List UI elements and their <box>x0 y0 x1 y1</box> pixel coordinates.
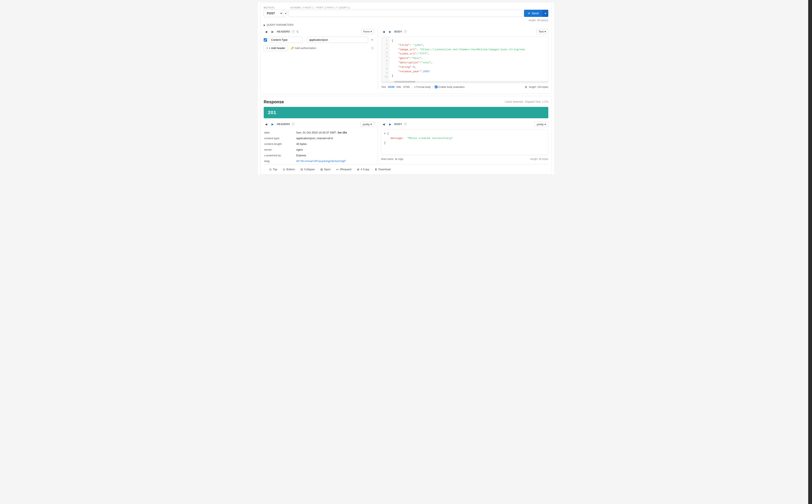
status-bar: 201 <box>264 107 548 118</box>
resp-header-key: content-length: <box>264 141 296 147</box>
headers-info-icon: ? <box>292 30 295 33</box>
form-dropdown-arrow-icon: ▾ <box>371 30 372 33</box>
body-collapse-arrow[interactable]: ◀ <box>381 30 386 33</box>
headers-expand-arrow[interactable]: ▶ <box>270 30 275 33</box>
collapse-button[interactable]: ⊟ Collapse <box>298 166 317 172</box>
format-json[interactable]: JSON <box>388 86 395 89</box>
method-dropdown-button[interactable]: ▾ <box>283 10 287 17</box>
header-colon: : <box>304 38 305 42</box>
resp-copy-btn[interactable]: ⊕ copy <box>395 158 403 161</box>
method-label: METHOD <box>264 6 275 9</box>
table-row: x-powered-by: Express <box>264 153 374 158</box>
send-dropdown-button[interactable]: ▾ <box>542 10 548 17</box>
resp-headers-expand-arrow[interactable]: ▶ <box>270 123 275 126</box>
resp-body-label: BODY <box>394 123 402 126</box>
query-params-label: QUERY PARAMETERS <box>267 23 294 26</box>
top-button[interactable]: ⊙ Top <box>267 166 279 172</box>
resp-body-length-info: length: 40 bytes <box>530 158 548 161</box>
request-button[interactable]: ↩ 2Request <box>334 166 354 172</box>
add-header-plus-icon: + <box>267 46 268 50</box>
download-button[interactable]: ⬇ Download <box>373 166 393 172</box>
collapse-icon: ⊟ <box>301 168 303 171</box>
resp-body-dropdown-arrow-icon: ▾ <box>544 123 546 126</box>
headers-collapse-arrow[interactable]: ◀ <box>264 30 269 33</box>
header-remove-button[interactable]: ✕ <box>370 38 374 42</box>
body-code-content[interactable]: { "title": "john", "image_url": "https:/… <box>389 37 548 81</box>
resp-header-value: Sun, 01 Oct 2023 14:33:37 GMT -1m 15s <box>296 130 374 135</box>
body-delete-icon[interactable]: 🗑 <box>525 86 527 89</box>
resp-body-collapse-arrow[interactable]: ◀ <box>381 123 386 126</box>
response-headers-table: date: Sun, 01 Oct 2023 14:33:37 GMT -1m … <box>264 129 374 164</box>
resp-lines-nums-label[interactable]: lines nums <box>381 158 393 161</box>
headers-delete-icon[interactable]: 🗑 <box>371 46 374 50</box>
etag-link[interactable]: W/"28-nrVuarV4PJyxy4uhgZde3se2XgE" <box>296 159 346 163</box>
resp-header-key: etag: <box>264 158 296 164</box>
resp-body-pretty-dropdown[interactable]: pretty ▾ <box>534 122 548 127</box>
body-text-dropdown[interactable]: Text ▾ <box>536 29 548 34</box>
send-icon: ✈ <box>528 12 530 15</box>
body-expand-arrow[interactable]: ▶ <box>388 30 393 33</box>
resp-headers-pretty-dropdown[interactable]: pretty ▾ <box>360 122 374 127</box>
enable-eval-label[interactable]: Enable body evaluation <box>435 86 465 89</box>
table-row: date: Sun, 01 Oct 2023 14:33:37 GMT -1m … <box>264 130 374 135</box>
format-body-icon: ≡ <box>414 86 416 89</box>
headers-label: HEADERS <box>277 30 290 33</box>
bottom-icon: ⊙ <box>283 168 285 171</box>
table-row: content-length: 40 bytes <box>264 141 374 147</box>
download-icon: ⬇ <box>375 168 377 171</box>
bottom-button[interactable]: ⊙ Bottom <box>281 166 297 172</box>
format-xml[interactable]: XML <box>396 86 402 89</box>
query-params-row[interactable]: ▶ QUERY PARAMETERS <box>264 23 548 26</box>
open-button[interactable]: ⊞ Open <box>318 166 333 172</box>
open-icon: ⊞ <box>320 168 323 171</box>
body-label: BODY <box>394 30 402 33</box>
body-info-icon: ? <box>404 30 407 33</box>
method-select-wrapper[interactable]: POST GET PUT DELETE PATCH ▾ <box>264 10 287 17</box>
table-row: server: nginx <box>264 147 374 152</box>
body-footer-separator: | <box>412 86 412 89</box>
add-header-button[interactable]: + + Add header <box>264 45 288 51</box>
format-text[interactable]: Text <box>381 86 386 89</box>
body-code-editor[interactable]: 12345 678910 { "title": "john", "image_u… <box>381 37 548 83</box>
text-dropdown-arrow-icon: ▾ <box>544 30 546 33</box>
response-title: Response <box>264 99 284 104</box>
resp-header-key: date: <box>264 130 296 135</box>
copy-button[interactable]: ⊕ 4 Copy <box>355 166 371 172</box>
resp-header-value: 40 bytes <box>296 141 374 147</box>
header-checkbox[interactable] <box>264 38 267 42</box>
resp-body-expand-arrow[interactable]: ▶ <box>388 123 393 126</box>
resp-body-code-editor[interactable]: ▼ { message: "Movie created successfully… <box>381 129 548 155</box>
table-row: etag: W/"28-nrVuarV4PJyxy4uhgZde3se2XgE" <box>264 158 374 164</box>
method-select[interactable]: POST GET PUT DELETE PATCH <box>264 10 283 17</box>
bottom-action-bar: ⊙ Top ⊙ Bottom ⊟ Collapse ⊞ Open ↩ 2Requ… <box>264 164 548 174</box>
body-footer-separator2: | <box>432 86 433 89</box>
send-button[interactable]: ✈ Send <box>524 10 542 17</box>
table-row: content-type: application/json; charset=… <box>264 136 374 141</box>
resp-headers-collapse-arrow[interactable]: ◀ <box>264 123 269 126</box>
header-key-input[interactable] <box>269 37 303 43</box>
pretty-dropdown-arrow-icon: ▾ <box>371 123 372 126</box>
resp-collapse-btn[interactable]: ▼ <box>384 132 386 135</box>
resp-headers-label: HEADERS <box>277 123 290 126</box>
resp-header-value: Express <box>296 153 374 158</box>
send-button-group[interactable]: ✈ Send ▾ <box>524 10 548 17</box>
copy-icon: ⊕ <box>357 168 360 171</box>
headers-sort-icon[interactable]: ⇅ <box>296 30 299 33</box>
resp-code-content: ▼ { message: "Movie created successfully… <box>381 130 548 147</box>
resp-header-key: server: <box>264 147 296 152</box>
format-html[interactable]: HTML <box>403 86 410 89</box>
resp-body-info-icon: ? <box>404 123 407 126</box>
scheme-label: SCHEME :// HOST [ ':' PORT ] [ PATH [ '?… <box>290 6 350 9</box>
add-auth-button[interactable]: 🔑 Add authorization <box>291 46 316 50</box>
headers-form-dropdown[interactable]: Form ▾ <box>361 29 374 34</box>
body-footer-right: 🗑 length: 234 bytes <box>525 86 548 89</box>
enable-eval-checkbox[interactable] <box>435 86 437 88</box>
format-body-button[interactable]: ≡ Format body <box>414 86 431 89</box>
url-input[interactable]: http://localhost:3000/movies <box>289 10 522 17</box>
header-value-input[interactable] <box>307 37 368 43</box>
request-icon: ↩ <box>336 168 339 171</box>
resp-header-value: nginx <box>296 147 374 152</box>
query-params-triangle: ▶ <box>264 24 265 26</box>
resp-header-value: W/"28-nrVuarV4PJyxy4uhgZde3se2XgE" <box>296 158 374 164</box>
top-icon: ⊙ <box>269 168 272 171</box>
